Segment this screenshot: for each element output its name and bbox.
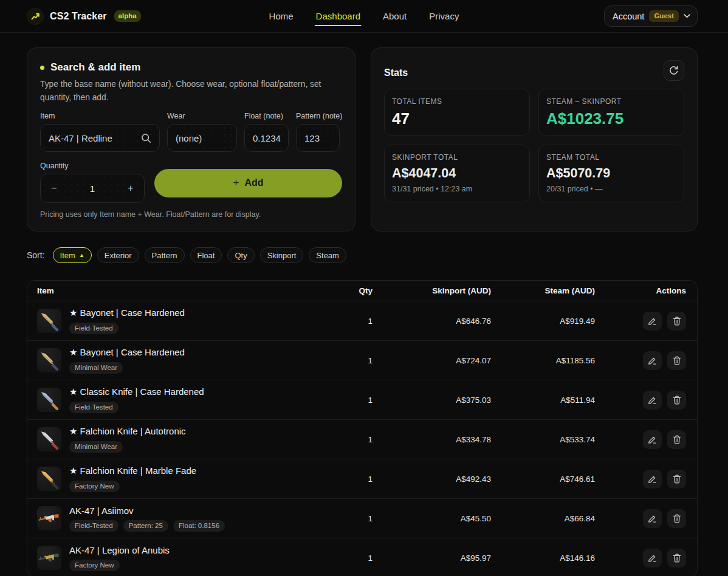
trash-icon <box>673 435 681 444</box>
delete-button[interactable] <box>667 549 686 567</box>
item-input[interactable]: AK-47 | Redline <box>40 124 160 152</box>
delete-button[interactable] <box>667 312 686 331</box>
item-info: ★ Falchion Knife | Marble Fade Factory N… <box>69 465 196 492</box>
table-row: ★ Falchion Knife | Autotronic Minimal We… <box>27 419 697 459</box>
pencil-icon <box>648 554 657 563</box>
nav-link-home[interactable]: Home <box>268 7 295 25</box>
quantity-decrease-button[interactable]: − <box>41 183 67 194</box>
sort-pill-exterior[interactable]: Exterior <box>97 247 139 263</box>
item-name: AK-47 | Asiimov <box>69 506 225 516</box>
edit-button[interactable] <box>643 509 662 528</box>
table-body: ★ Bayonet | Case Hardened Field-Tested 1… <box>27 301 697 576</box>
qty-cell: 1 <box>334 396 373 405</box>
exterior-badge: Factory New <box>69 560 120 571</box>
exterior-badge: Field-Tested <box>69 323 118 334</box>
quantity-increase-button[interactable]: + <box>117 183 144 194</box>
delete-button[interactable] <box>667 430 686 449</box>
steam-price-cell: A$1185.56 <box>491 356 595 365</box>
edit-button[interactable] <box>643 430 662 449</box>
actions-cell <box>595 351 686 370</box>
table-header: Item Qty Skinport (AUD) Steam (AUD) Acti… <box>27 281 697 301</box>
quantity-value[interactable]: 1 <box>67 183 117 194</box>
rifle-image <box>37 506 61 530</box>
sort-pill-skinport[interactable]: Skinport <box>260 247 304 263</box>
steam-price-cell: A$511.94 <box>491 396 595 405</box>
pencil-icon <box>648 475 657 484</box>
edit-button[interactable] <box>643 549 662 567</box>
sort-pill-item[interactable]: Item ▲ <box>53 247 92 263</box>
actions-cell <box>595 312 686 331</box>
item-info: ★ Bayonet | Case Hardened Field-Tested <box>69 307 185 334</box>
item-thumbnail <box>37 348 61 372</box>
delete-button[interactable] <box>667 470 686 489</box>
stat-value: A$1023.75 <box>546 109 676 128</box>
sort-pill-qty[interactable]: Qty <box>227 247 254 263</box>
items-table: Item Qty Skinport (AUD) Steam (AUD) Acti… <box>27 280 698 576</box>
nav-link-privacy[interactable]: Privacy <box>428 7 460 25</box>
sort-pill-float[interactable]: Float <box>190 247 222 263</box>
sort-pill-pattern[interactable]: Pattern <box>145 247 185 263</box>
item-thumbnail <box>37 506 61 530</box>
account-button[interactable]: Account Guest <box>604 5 698 27</box>
refresh-button[interactable] <box>664 60 684 81</box>
pricing-note: Pricing uses only Item name + Wear. Floa… <box>40 210 342 219</box>
skinport-price-cell: A$492.43 <box>373 475 491 484</box>
add-button[interactable]: + Add <box>154 169 342 197</box>
exterior-badge: Pattern: 25 <box>123 520 168 532</box>
plus-icon: + <box>233 177 239 189</box>
stat-tile-steam-minus-skinport: STEAM – SKINPORT A$1023.75 <box>538 89 684 136</box>
item-info: ★ Classic Knife | Case Hardened Field-Te… <box>69 386 204 413</box>
header-item: Item <box>37 286 334 295</box>
sort-pill-label: Item <box>60 251 75 260</box>
account-label: Account <box>613 12 644 21</box>
item-cell: ★ Bayonet | Case Hardened Minimal Wear <box>37 347 334 374</box>
stat-subtext: 20/31 priced • — <box>546 185 676 194</box>
navbar: CS2 Tracker alpha Home Dashboard About P… <box>0 0 728 33</box>
delete-button[interactable] <box>667 509 686 528</box>
item-badges: Factory New <box>69 481 196 492</box>
item-info: ★ Falchion Knife | Autotronic Minimal We… <box>69 426 186 453</box>
pencil-icon <box>648 435 657 444</box>
steam-price-cell: A$746.61 <box>491 475 595 484</box>
qty-cell: 1 <box>334 554 373 563</box>
exterior-badge: Float: 0.8156 <box>173 520 225 532</box>
item-info: AK-47 | Legion of Anubis Factory New <box>69 545 170 571</box>
item-badges: Minimal Wear <box>69 441 186 453</box>
skinport-price-cell: A$95.97 <box>373 554 491 563</box>
search-icon <box>141 133 151 143</box>
search-add-card: Search & add item Type the base name (wi… <box>27 47 355 231</box>
edit-button[interactable] <box>643 351 662 370</box>
sort-pill-label: Pattern <box>152 251 177 260</box>
sort-pill-steam[interactable]: Steam <box>309 247 346 263</box>
float-input[interactable]: 0.1234 <box>244 124 289 152</box>
item-name: ★ Bayonet | Case Hardened <box>69 307 185 318</box>
pattern-input[interactable]: 123 <box>296 124 340 152</box>
skinport-price-cell: A$646.76 <box>373 317 491 326</box>
header-skinport: Skinport (AUD) <box>373 286 491 295</box>
steam-price-cell: A$146.16 <box>491 554 595 563</box>
stat-tile-steam-total: STEAM TOTAL A$5070.79 20/31 priced • — <box>538 145 684 202</box>
delete-button[interactable] <box>667 351 686 370</box>
table-row: AK-47 | Asiimov Field-TestedPattern: 25F… <box>27 498 697 538</box>
item-cell: ★ Bayonet | Case Hardened Field-Tested <box>37 307 334 334</box>
edit-button[interactable] <box>643 470 662 489</box>
brand[interactable]: CS2 Tracker alpha <box>27 8 141 25</box>
edit-button[interactable] <box>643 391 662 410</box>
float-label: Float (note) <box>244 112 289 120</box>
refresh-icon <box>669 66 679 75</box>
sort-pill-label: Exterior <box>105 251 132 260</box>
item-name: ★ Classic Knife | Case Hardened <box>69 386 204 397</box>
actions-cell <box>595 470 686 489</box>
trash-icon <box>673 475 681 484</box>
item-name: ★ Bayonet | Case Hardened <box>69 347 185 358</box>
delete-button[interactable] <box>667 391 686 410</box>
knife-image <box>38 428 61 451</box>
item-info: ★ Bayonet | Case Hardened Minimal Wear <box>69 347 185 374</box>
search-card-description: Type the base name (without wear). Choos… <box>40 78 339 105</box>
wear-select[interactable]: (none) <box>167 124 237 152</box>
nav-link-about[interactable]: About <box>382 7 408 25</box>
nav-link-dashboard[interactable]: Dashboard <box>315 7 362 25</box>
sort-pill-label: Float <box>197 251 215 260</box>
item-thumbnail <box>37 546 61 570</box>
edit-button[interactable] <box>643 312 662 331</box>
